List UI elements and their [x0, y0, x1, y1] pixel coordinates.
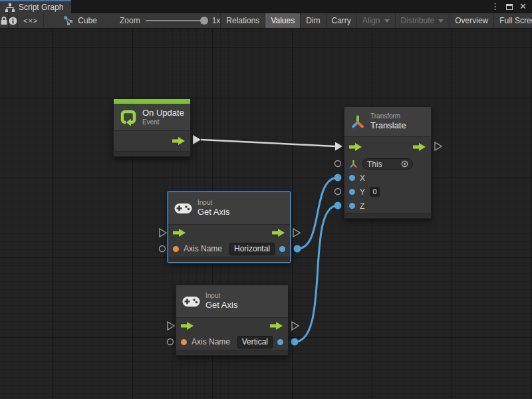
node-row-flow — [168, 225, 290, 241]
transform-icon — [350, 114, 365, 129]
graph-reference-icon — [64, 16, 74, 26]
node-row-axis-name: Axis Name Horizontal — [168, 241, 290, 257]
node-row-target: This — [344, 157, 431, 171]
node-row-x: X — [344, 171, 431, 185]
toolbar-button-values[interactable]: Values — [265, 13, 301, 28]
value-port-x-icon[interactable] — [349, 175, 355, 181]
flow-output-arrow-icon[interactable] — [413, 143, 426, 151]
window-controls: ⋮ ✕ — [491, 0, 532, 13]
node-footer — [176, 350, 288, 355]
tab-title: Script Graph — [19, 3, 63, 12]
lock-button[interactable] — [0, 13, 9, 28]
code-preview-button[interactable]: <×> — [18, 13, 44, 28]
inspect-button[interactable] — [9, 13, 18, 28]
lock-icon — [0, 16, 8, 25]
script-graph-icon — [5, 3, 15, 12]
node-row-y: Y 0 — [344, 185, 431, 199]
toolbar-button-relations[interactable]: Relations — [221, 13, 265, 28]
flow-input-arrow-icon[interactable] — [349, 143, 362, 151]
node-on-update[interactable]: On Update Event — [113, 98, 191, 157]
toolbar-button-distribute[interactable]: Distribute — [396, 13, 450, 28]
flow-input-arrow-icon[interactable] — [173, 229, 186, 237]
result-port-icon[interactable] — [279, 246, 285, 252]
flow-output-arrow-icon[interactable] — [172, 137, 186, 145]
node-get-axis-horizontal[interactable]: Input Get Axis Axis Name Horizontal — [168, 192, 291, 263]
node-header: Input Get Axis — [176, 285, 288, 318]
node-row-flow — [344, 137, 431, 157]
tab-script-graph[interactable]: Script Graph — [0, 0, 71, 13]
maximize-icon[interactable] — [506, 4, 513, 10]
node-row-z: Z — [344, 199, 431, 213]
graph-name: Cube — [78, 16, 97, 25]
distribute-label: Distribute — [401, 16, 435, 25]
port-label-y: Y — [360, 188, 365, 197]
flow-output-arrow-icon[interactable] — [272, 229, 285, 237]
node-header: Input Get Axis — [168, 192, 290, 225]
zoom-slider[interactable] — [146, 20, 207, 21]
target-object-field[interactable]: This — [362, 158, 413, 170]
result-port-icon[interactable] — [277, 339, 283, 345]
string-port-icon[interactable] — [181, 339, 187, 345]
align-label: Align — [362, 16, 380, 25]
zoom-slider-handle[interactable] — [200, 17, 208, 25]
node-title: On Update — [142, 108, 184, 118]
node-category: Input — [205, 292, 237, 300]
gamepad-icon — [174, 203, 192, 214]
close-icon[interactable]: ✕ — [519, 0, 527, 13]
node-header: On Update Event — [114, 104, 190, 131]
node-row-flow — [176, 318, 288, 334]
axis-name-field[interactable]: Horizontal — [229, 243, 275, 255]
axis-name-field[interactable]: Vertical — [237, 336, 273, 348]
toolbar-button-align[interactable]: Align — [357, 13, 396, 28]
node-footer — [168, 257, 290, 262]
node-footer — [114, 151, 190, 156]
axis-name-label: Axis Name — [192, 337, 230, 346]
node-row-axis-name: Axis Name Vertical — [176, 334, 288, 350]
node-title: Translate — [370, 120, 406, 131]
node-row-flow — [114, 131, 190, 151]
node-get-axis-vertical[interactable]: Input Get Axis Axis Name Vertical — [176, 285, 289, 356]
graph-breadcrumb[interactable]: Cube — [59, 13, 102, 28]
toolbar-button-carry[interactable]: Carry — [327, 13, 357, 28]
event-accent-bar — [114, 99, 190, 104]
toolbar-button-fullscreen[interactable]: Full Screen — [494, 13, 532, 28]
transform-mini-icon — [349, 160, 358, 168]
graph-toolbar: <×> Cube Zoom 1x Relations Values Dim Ca… — [0, 13, 532, 29]
zoom-control: Zoom 1x — [120, 13, 220, 28]
window-menu-icon[interactable]: ⋮ — [491, 0, 499, 13]
flow-input-arrow-icon[interactable] — [181, 322, 194, 330]
node-subtitle: Event — [142, 118, 184, 126]
toolbar-button-overview[interactable]: Overview — [450, 13, 494, 28]
target-object-value: This — [367, 160, 382, 169]
toolbar-toggles: Relations Values Dim Carry Align Distrib… — [220, 13, 532, 28]
info-icon — [9, 17, 17, 25]
value-port-z-icon[interactable] — [349, 203, 355, 209]
y-value-field[interactable]: 0 — [370, 187, 380, 197]
flow-output-arrow-icon[interactable] — [270, 322, 283, 330]
node-translate[interactable]: Transform Translate This X Y — [344, 106, 432, 219]
title-bar: Script Graph ⋮ ✕ — [0, 0, 532, 13]
toolbar-button-dim[interactable]: Dim — [301, 13, 326, 28]
string-port-icon[interactable] — [173, 246, 179, 252]
axis-name-label: Axis Name — [184, 244, 222, 253]
value-port-y-icon[interactable] — [349, 189, 355, 195]
node-header: Transform Translate — [344, 107, 431, 137]
dropdown-arrow-icon — [438, 19, 444, 23]
object-picker-icon[interactable] — [401, 160, 408, 168]
node-category: Transform — [370, 112, 406, 120]
zoom-label: Zoom — [120, 16, 140, 25]
node-title: Get Axis — [198, 207, 229, 217]
zoom-value: 1x — [212, 16, 221, 25]
dropdown-arrow-icon — [384, 19, 390, 23]
node-title: Get Axis — [205, 300, 237, 311]
port-label-x: X — [360, 174, 365, 183]
node-footer — [344, 213, 431, 218]
port-label-z: Z — [360, 201, 364, 211]
loop-event-icon — [120, 108, 137, 126]
node-category: Input — [198, 199, 229, 207]
gamepad-icon — [182, 296, 200, 307]
